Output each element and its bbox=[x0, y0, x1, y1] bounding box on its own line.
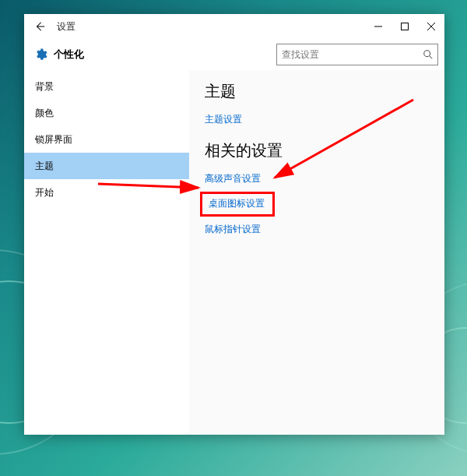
sidebar-item-label: 主题 bbox=[35, 160, 54, 173]
titlebar: 设置 bbox=[24, 14, 444, 39]
section-heading-related: 相关的设置 bbox=[205, 140, 444, 161]
search-icon bbox=[423, 49, 434, 60]
sidebar-item-label: 开始 bbox=[35, 186, 54, 199]
sidebar-item-start[interactable]: 开始 bbox=[24, 179, 189, 206]
window-title: 设置 bbox=[55, 20, 75, 33]
link-theme-settings[interactable]: 主题设置 bbox=[205, 113, 444, 126]
sidebar: 背景 颜色 锁屏界面 主题 开始 bbox=[24, 70, 189, 435]
close-button[interactable] bbox=[418, 14, 444, 39]
maximize-button[interactable] bbox=[392, 14, 418, 39]
section-heading-themes: 主题 bbox=[205, 81, 444, 102]
close-icon bbox=[427, 23, 435, 30]
gear-icon bbox=[33, 48, 47, 62]
back-arrow-icon bbox=[34, 21, 45, 32]
link-mouse-pointer-settings[interactable]: 鼠标指针设置 bbox=[205, 223, 444, 236]
sidebar-item-label: 锁屏界面 bbox=[35, 133, 72, 146]
back-button[interactable] bbox=[24, 14, 55, 39]
search-input[interactable] bbox=[277, 44, 437, 65]
page-title: 个性化 bbox=[54, 48, 84, 62]
sidebar-item-themes[interactable]: 主题 bbox=[24, 153, 189, 179]
svg-rect-0 bbox=[402, 23, 409, 30]
maximize-icon bbox=[401, 23, 409, 30]
minimize-icon bbox=[374, 23, 382, 30]
sidebar-item-label: 背景 bbox=[35, 80, 54, 93]
content-pane: 主题 主题设置 相关的设置 高级声音设置 桌面图标设置 鼠标指针设置 bbox=[189, 70, 444, 435]
header-row: 个性化 bbox=[24, 39, 444, 70]
window-body: 背景 颜色 锁屏界面 主题 开始 主题 主题设置 相关的设置 高级声音设置 桌面… bbox=[24, 70, 444, 435]
sidebar-item-label: 颜色 bbox=[35, 107, 54, 120]
minimize-button[interactable] bbox=[365, 14, 392, 39]
sidebar-item-lockscreen[interactable]: 锁屏界面 bbox=[24, 126, 189, 153]
sidebar-item-background[interactable]: 背景 bbox=[24, 73, 189, 100]
settings-window: 设置 个性化 bbox=[24, 14, 444, 435]
link-advanced-sound-settings[interactable]: 高级声音设置 bbox=[205, 172, 444, 185]
annotation-highlight-box: 桌面图标设置 bbox=[200, 192, 275, 217]
link-desktop-icon-settings[interactable]: 桌面图标设置 bbox=[209, 197, 265, 210]
svg-point-1 bbox=[424, 51, 430, 57]
search-box[interactable] bbox=[276, 44, 438, 65]
sidebar-item-colors[interactable]: 颜色 bbox=[24, 100, 189, 126]
